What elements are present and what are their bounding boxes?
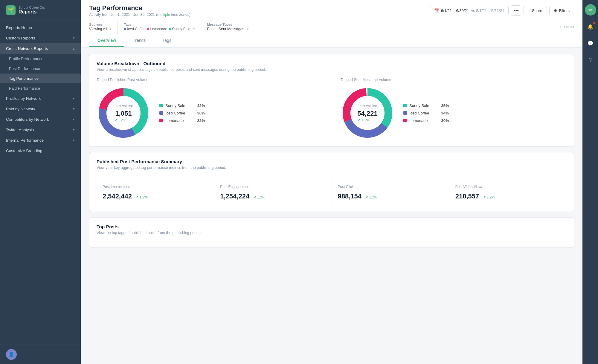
published-change: ↗1.2% <box>114 118 133 122</box>
engagements-label: Post Engagements <box>220 185 250 190</box>
published-legend: Sunny Sale 42% Iced Coffee 36% <box>159 103 205 123</box>
chevron-down-icon: ▾ <box>73 128 75 132</box>
sent-donut-chart: Total Volume 54,221 ↗1.2% <box>341 86 394 140</box>
sources-label: Sources <box>89 23 112 26</box>
notifications-button[interactable]: 🔔 <box>585 21 596 32</box>
tag-color-dot <box>124 28 126 30</box>
sidebar-item-custom-reports[interactable]: Custom Reports ▾ <box>0 33 81 43</box>
published-donut-chart: Total Volume 1,051 ↗1.2% <box>97 86 150 140</box>
message-types-filter[interactable]: Message Types Posts, Sent Messages ▾ <box>207 20 255 34</box>
post-performance-title: Published Post Performance Summary <box>97 159 567 164</box>
sidebar-item-customize-branding[interactable]: Customize Branding <box>0 146 81 156</box>
content-area: Volume Breakdown - Outbound View a break… <box>81 48 582 364</box>
timezone-link[interactable]: multiple <box>157 13 170 17</box>
company-name: Sprout Coffee Co. <box>19 6 45 9</box>
clear-all-button[interactable]: Clear all <box>560 25 574 29</box>
sidebar-item-competitors-by-network[interactable]: Competitors by Network ▾ <box>0 114 81 125</box>
filter-icon: ⚙ <box>554 8 557 13</box>
legend-dot-lemonade <box>159 119 163 122</box>
filters-button[interactable]: ⚙ Filters <box>549 6 574 15</box>
chevron-up-icon: ▴ <box>73 47 75 51</box>
published-donut-center: Total Volume 1,051 ↗1.2% <box>114 104 133 122</box>
sent-change: ↗1.2% <box>357 118 377 122</box>
share-icon: ↑ <box>528 8 530 13</box>
sent-label: Tagged Sent Message Volume <box>341 78 567 82</box>
tag-iced-coffee: Iced Coffee <box>124 27 145 31</box>
tab-tags[interactable]: Tags <box>154 34 180 47</box>
sidebar-item-cross-network[interactable]: Cross-Network Reports ▴ <box>0 43 81 54</box>
sources-value: Viewing All <box>89 27 107 31</box>
legend-dot-lemonade <box>403 119 407 122</box>
legend-item: Sunny Sale 35% <box>403 103 449 108</box>
legend-dot-iced-coffee <box>403 111 407 115</box>
metrics-row: Post Impressions 2,542,442 ↗ 1.2% Post E… <box>97 179 567 205</box>
tags-label: Tags <box>124 23 195 26</box>
share-button[interactable]: ↑ Share <box>524 6 547 15</box>
tag-color-dot <box>147 28 149 30</box>
metric-post-engagements: Post Engagements 1,254,224 ↗ 1.2% <box>214 179 332 205</box>
legend-dot-iced-coffee <box>159 111 163 115</box>
cross-network-label: Cross-Network Reports <box>6 46 48 51</box>
sidebar-item-post-performance[interactable]: Post Performance <box>0 64 81 74</box>
post-performance-card: Published Post Performance Summary View … <box>89 152 574 212</box>
sidebar-item-profiles-by-network[interactable]: Profiles by Network ▾ <box>0 93 81 104</box>
sidebar-nav: Reports Home Custom Reports ▾ Cross-Netw… <box>0 19 81 345</box>
sent-donut-inner: Total Volume 54,221 ↗1.2% <box>341 86 567 140</box>
custom-reports-label: Custom Reports <box>6 36 35 40</box>
clicks-value: 988,154 <box>338 192 362 200</box>
date-range-button[interactable]: 📅 6/1/21 – 6/30/21 vs 5/1/21 – 5/31/21 <box>430 6 509 15</box>
sources-filter[interactable]: Sources Viewing All ▾ <box>89 20 118 34</box>
compose-button[interactable]: ✏ <box>585 4 596 16</box>
sent-message-volume: Tagged Sent Message Volume <box>341 78 567 140</box>
sidebar-footer: 👤 <box>0 345 81 364</box>
chevron-down-icon: ▾ <box>73 138 75 142</box>
chevron-down-icon: ▾ <box>247 27 249 31</box>
help-button[interactable]: ? <box>585 54 596 66</box>
sidebar-item-reports-home[interactable]: Reports Home <box>0 22 81 33</box>
sidebar-item-internal-performance[interactable]: Internal Performance ▾ <box>0 135 81 146</box>
engagements-change: ↗ 1.2% <box>253 195 265 199</box>
compare-range-value: vs 5/1/21 – 5/31/21 <box>471 8 504 13</box>
page-subtitle: Activity from Jun 1, 2021 - Jun 30, 2021… <box>89 13 190 17</box>
post-performance-subtitle: View your key aggregated tag performance… <box>97 166 567 170</box>
clicks-change: ↗ 1.2% <box>365 195 377 199</box>
top-posts-subtitle: View the top tagged published posts from… <box>97 231 567 235</box>
top-bar: Tag Performance Activity from Jun 1, 202… <box>81 0 582 34</box>
more-options-button[interactable]: ••• <box>511 5 521 16</box>
page-title: Tag Performance <box>89 4 190 12</box>
main-area: Tag Performance Activity from Jun 1, 202… <box>81 0 582 364</box>
notification-badge <box>593 22 596 25</box>
video-views-change: ↗ 1.2% <box>483 195 495 199</box>
sidebar-header: 🌱 Sprout Coffee Co. Reports <box>0 0 81 19</box>
tab-bar: Overview Trends Tags <box>81 34 582 48</box>
reports-home-label: Reports Home <box>6 25 32 30</box>
sidebar-item-twitter-analysis[interactable]: Twitter Analysis ▾ <box>0 125 81 135</box>
top-bar-row1: Tag Performance Activity from Jun 1, 202… <box>89 4 574 17</box>
legend-item: Lemonade 30% <box>403 118 449 123</box>
chevron-down-icon: ▾ <box>73 117 75 121</box>
sidebar-item-paid-performance[interactable]: Paid Performance <box>0 83 81 93</box>
tag-sunny-sale: Sunny Sale <box>169 27 190 31</box>
filters-bar: Sources Viewing All ▾ Tags Iced Coffee <box>89 20 574 34</box>
right-icon-strip: ✏ 🔔 💬 ? <box>582 0 598 364</box>
avatar[interactable]: 👤 <box>6 349 17 360</box>
chevron-down-icon: ▾ <box>193 27 195 31</box>
impressions-change: ↗ 1.2% <box>135 195 147 199</box>
clicks-label: Post Clicks <box>338 185 356 190</box>
sent-donut-center: Total Volume 54,221 ↗1.2% <box>357 104 377 122</box>
tab-overview[interactable]: Overview <box>89 34 124 47</box>
tags-filter[interactable]: Tags Iced Coffee Lemonade Sunny Sale <box>124 20 201 34</box>
chevron-down-icon: ▾ <box>73 36 75 40</box>
metric-post-clicks: Post Clicks 988,154 ↗ 1.2% <box>332 179 449 205</box>
sidebar-item-profile-performance[interactable]: Profile Performance <box>0 54 81 64</box>
tab-trends[interactable]: Trends <box>124 34 154 47</box>
sidebar-item-paid-by-network[interactable]: Paid by Network ▾ <box>0 104 81 114</box>
published-post-volume: Tagged Published Post Volume <box>97 78 323 140</box>
message-types-value: Posts, Sent Messages <box>207 27 244 31</box>
sidebar-item-tag-performance[interactable]: Tag Performance <box>0 74 81 83</box>
legend-item: Iced Coffee 36% <box>159 111 205 115</box>
message-types-label: Message Types <box>207 23 249 26</box>
messages-button[interactable]: 💬 <box>585 38 596 49</box>
top-bar-actions: 📅 6/1/21 – 6/30/21 vs 5/1/21 – 5/31/21 •… <box>430 5 574 16</box>
section-title: Reports <box>19 9 45 15</box>
